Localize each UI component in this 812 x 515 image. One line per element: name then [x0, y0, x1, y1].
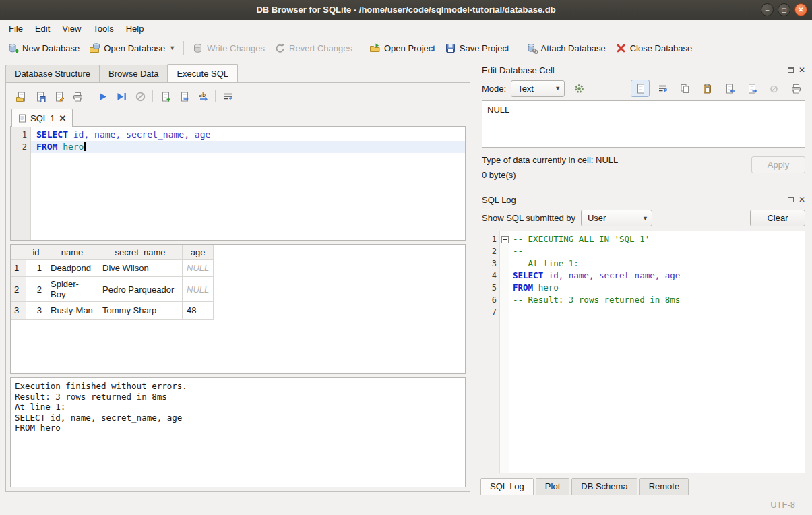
save-sql-file-icon-button[interactable] — [30, 88, 49, 105]
open-database-icon — [89, 42, 100, 54]
paste-icon-button[interactable] — [697, 80, 716, 97]
tab-database-structure[interactable]: Database Structure — [5, 65, 99, 82]
execute-all-icon-button[interactable] — [93, 88, 112, 105]
print-icon-button[interactable] — [786, 80, 805, 97]
attach-database-button[interactable]: Attach Database — [522, 40, 611, 57]
cell[interactable]: Spider-Boy — [46, 277, 98, 302]
tab-sql-1[interactable]: SQL 1 ✕ — [11, 109, 73, 127]
column-header-name[interactable]: name — [46, 245, 98, 260]
row-number[interactable]: 3 — [11, 302, 26, 320]
cell[interactable]: 48 — [183, 302, 214, 320]
execute-current-line-icon-button[interactable] — [112, 88, 131, 105]
open-sql-file-icon-button[interactable] — [11, 88, 30, 105]
toolbar-separator — [215, 90, 216, 102]
line-number: 2 — [11, 141, 31, 153]
cell[interactable]: 3 — [26, 302, 46, 320]
tab-sql-log[interactable]: SQL Log — [480, 478, 534, 495]
close-button[interactable]: ✕ — [794, 3, 807, 16]
close-tab-icon[interactable]: ✕ — [59, 114, 66, 123]
export-icon-button[interactable] — [742, 80, 761, 97]
sql-editor[interactable]: 1SELECT id, name, secret_name, age2FROM … — [10, 126, 466, 241]
column-header-secret_name[interactable]: secret_name — [98, 245, 183, 260]
text-mode-icon-button[interactable] — [631, 80, 650, 97]
chevron-down-icon: ▼ — [637, 215, 648, 222]
tab-remote[interactable]: Remote — [639, 478, 689, 495]
print-icon — [72, 91, 84, 102]
stop-icon-button[interactable] — [131, 88, 150, 105]
mode-value: Text — [518, 84, 534, 94]
cell[interactable]: 2 — [26, 277, 46, 302]
apply-button[interactable]: Apply — [751, 156, 805, 173]
cell[interactable]: 1 — [26, 260, 46, 277]
close-dock-icon[interactable]: ✕ — [799, 66, 805, 74]
open-project-button[interactable]: Open Project — [365, 40, 440, 57]
chevron-down-icon[interactable]: ▼ — [169, 44, 175, 51]
cell-value-editor[interactable]: NULL — [482, 100, 805, 148]
save-project-button[interactable]: Save Project — [440, 40, 514, 57]
clear-log-button[interactable]: Clear — [750, 210, 805, 226]
row-number[interactable]: 1 — [11, 260, 26, 277]
settings-icon-button[interactable] — [569, 80, 588, 97]
cell[interactable]: NULL — [183, 277, 214, 302]
close-dock-icon[interactable]: ✕ — [799, 195, 805, 204]
paste-icon — [701, 83, 713, 94]
cell[interactable]: Tommy Sharp — [98, 302, 183, 320]
cell[interactable]: Deadpond — [46, 260, 98, 277]
set-null-icon-button[interactable] — [764, 80, 783, 97]
write-changes-button[interactable]: Write Changes — [187, 40, 270, 57]
cell[interactable]: Dive Wilson — [98, 260, 183, 277]
word-wrap-icon-button[interactable] — [218, 88, 237, 105]
import-icon-button[interactable] — [720, 80, 739, 97]
edit-cell-dock-title: Edit Database Cell ✕ — [479, 63, 807, 78]
cell[interactable]: Rusty-Man — [46, 302, 98, 320]
minimize-button[interactable]: – — [761, 3, 774, 16]
open-in-new-tab-icon-button[interactable] — [175, 88, 193, 105]
tab-plot[interactable]: Plot — [536, 478, 569, 495]
encoding-indicator[interactable]: UTF-8 — [770, 499, 795, 510]
mode-label: Mode: — [482, 84, 506, 94]
float-dock-icon[interactable] — [788, 67, 794, 73]
corner-header[interactable] — [11, 245, 26, 260]
menu-edit[interactable]: Edit — [29, 22, 56, 36]
log-line: 6-- Result: 3 rows returned in 8ms — [482, 294, 805, 306]
copy-icon-button[interactable] — [675, 80, 694, 97]
close-database-button[interactable]: Close Database — [611, 40, 697, 57]
null-value: NULL — [187, 284, 209, 295]
editor-line[interactable]: 1SELECT id, name, secret_name, age — [11, 129, 465, 141]
word-wrap-icon-button[interactable] — [653, 80, 672, 97]
find-replace-icon-button[interactable]: ab — [193, 88, 212, 105]
fold-marker-icon[interactable] — [500, 233, 509, 245]
column-header-age[interactable]: age — [183, 245, 214, 260]
cell[interactable]: NULL — [183, 260, 214, 277]
log-line: 7 — [482, 306, 805, 318]
fold-margin — [500, 270, 509, 282]
new-tab-icon-button[interactable] — [156, 88, 175, 105]
code-text: FROM hero — [31, 141, 465, 153]
menu-help[interactable]: Help — [120, 22, 150, 36]
mode-select[interactable]: Text ▼ — [511, 80, 565, 97]
menu-tools[interactable]: Tools — [87, 22, 119, 36]
new-database-button[interactable]: New Database — [3, 40, 84, 57]
revert-changes-button[interactable]: Revert Changes — [270, 40, 357, 57]
tab-db-schema[interactable]: DB Schema — [571, 478, 637, 495]
save-sql-file-as-icon-button[interactable] — [49, 88, 68, 105]
editor-line[interactable]: 2FROM hero — [11, 141, 465, 153]
menu-file[interactable]: File — [3, 22, 29, 36]
sql-log-view[interactable]: 1-- EXECUTING ALL IN 'SQL 1'2--3-- At li… — [482, 231, 805, 473]
row-number[interactable]: 2 — [11, 277, 26, 302]
tab-browse-data[interactable]: Browse Data — [99, 65, 167, 82]
print-icon — [790, 83, 802, 94]
results-grid[interactable]: idnamesecret_nameage 11DeadpondDive Wils… — [10, 244, 466, 374]
sql-tab-bar: SQL 1 ✕ — [10, 107, 466, 126]
float-dock-icon[interactable] — [788, 197, 794, 202]
maximize-button[interactable]: ◻ — [778, 3, 790, 16]
line-number: 1 — [482, 233, 500, 245]
log-line: 3-- At line 1: — [482, 258, 805, 270]
menu-view[interactable]: View — [56, 22, 87, 36]
print-icon-button[interactable] — [68, 88, 87, 105]
column-header-id[interactable]: id — [26, 245, 46, 260]
tab-execute-sql[interactable]: Execute SQL — [167, 64, 238, 82]
open-database-button[interactable]: Open Database▼ — [84, 40, 180, 57]
log-filter-select[interactable]: User ▼ — [581, 210, 652, 226]
cell[interactable]: Pedro Parqueador — [98, 277, 183, 302]
